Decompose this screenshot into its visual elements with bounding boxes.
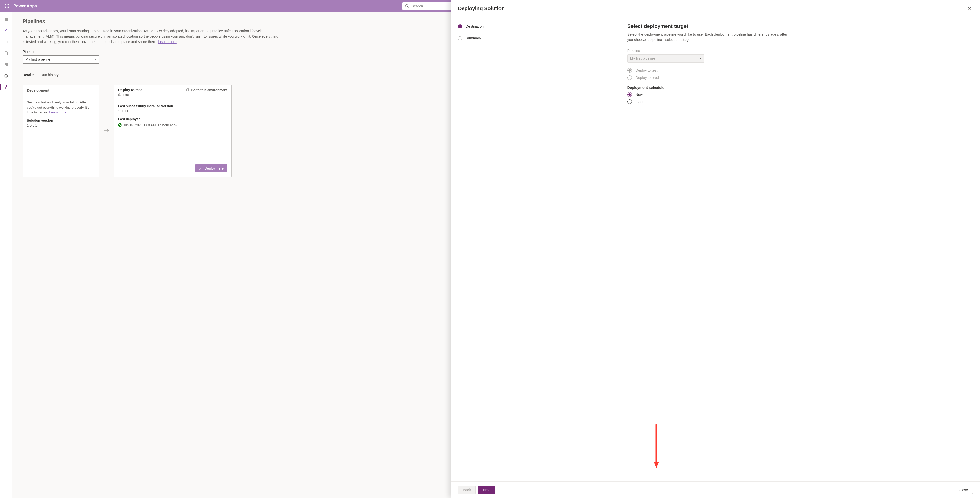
- svg-point-1: [7, 4, 8, 5]
- radio-deploy-to-prod: Deploy to prod: [627, 75, 973, 80]
- intro-text: As your app advances, you'll start shari…: [22, 29, 279, 44]
- radio-checked-icon: [628, 93, 631, 96]
- svg-point-7: [7, 8, 8, 8]
- schedule-now-label: Now: [636, 92, 643, 97]
- schedule-label: Deployment schedule: [627, 86, 973, 90]
- waffle-icon[interactable]: [2, 0, 12, 12]
- svg-point-16: [7, 42, 8, 43]
- panel-title: Deploying Solution: [458, 6, 504, 11]
- svg-point-28: [119, 94, 120, 94]
- chevron-down-icon: ▾: [700, 57, 702, 60]
- svg-point-22: [6, 85, 7, 86]
- solution-version-value: 1.0.0.1: [27, 123, 95, 128]
- app-brand: Power Apps: [13, 4, 37, 8]
- radio-schedule-later[interactable]: Later: [627, 99, 973, 104]
- test-card-title: Deploy to test: [118, 88, 142, 92]
- close-button[interactable]: Close: [954, 486, 973, 494]
- panel-footer: Back Next Close: [451, 481, 980, 498]
- wizard-step-summary[interactable]: Summary: [458, 36, 613, 40]
- development-card-title: Development: [23, 85, 99, 96]
- deploy-to-prod-label: Deploy to prod: [636, 76, 659, 80]
- more-icon[interactable]: [1, 37, 11, 47]
- development-card: Development Securely test and verify in …: [22, 84, 99, 177]
- last-installed-value: 1.0.0.1: [118, 109, 228, 114]
- env-name: Test: [123, 93, 129, 97]
- next-button[interactable]: Next: [478, 486, 495, 494]
- intro-body: As your app advances, you'll start shari…: [22, 29, 278, 44]
- wizard-step-destination[interactable]: Destination: [458, 24, 613, 29]
- svg-point-29: [118, 124, 121, 127]
- radio-schedule-now[interactable]: Now: [627, 92, 973, 97]
- panel-pipeline-value: My first pipeline: [630, 56, 655, 60]
- dev-learn-more-link[interactable]: Learn more: [49, 110, 66, 114]
- svg-point-5: [8, 6, 9, 7]
- deploy-here-button[interactable]: Deploy here: [195, 164, 228, 173]
- arrow-right-icon: [102, 128, 111, 134]
- last-deployed-label: Last deployed: [118, 117, 228, 122]
- svg-point-2: [8, 4, 9, 5]
- deploy-to-test-card: Deploy to test Go to this environment Te…: [114, 84, 232, 177]
- env-info: Test: [118, 93, 228, 97]
- go-to-environment-label: Go to this environment: [191, 88, 228, 92]
- radio-checked-disabled-icon: [628, 69, 631, 72]
- pipeline-dropdown[interactable]: My first pipeline ▾: [22, 56, 99, 63]
- left-rail: [0, 12, 12, 498]
- history-icon[interactable]: [1, 71, 11, 81]
- svg-line-10: [408, 7, 409, 8]
- last-installed-label: Last successfully installed version: [118, 103, 228, 109]
- wizard-heading: Select deployment target: [627, 23, 973, 29]
- wizard-desc: Select the deployment pipeline you'd lik…: [627, 32, 791, 43]
- step-summary-label: Summary: [466, 36, 481, 40]
- svg-point-6: [5, 8, 6, 8]
- panel-pipeline-label: Pipeline: [627, 49, 973, 53]
- step-dot-empty-icon: [458, 36, 462, 40]
- svg-point-3: [5, 6, 6, 7]
- step-destination-label: Destination: [466, 24, 484, 29]
- svg-point-9: [406, 4, 408, 7]
- hamburger-icon[interactable]: [1, 14, 11, 25]
- deploy-to-test-label: Deploy to test: [636, 68, 658, 73]
- radio-unchecked-disabled-icon: [627, 75, 632, 80]
- schedule-later-label: Later: [636, 100, 644, 104]
- overview-icon[interactable]: [1, 48, 11, 59]
- svg-point-0: [5, 4, 6, 5]
- go-to-environment-link[interactable]: Go to this environment: [186, 88, 228, 92]
- close-icon[interactable]: [966, 5, 973, 12]
- svg-rect-17: [5, 52, 8, 55]
- search-icon: [405, 4, 409, 8]
- pipeline-dropdown-value: My first pipeline: [25, 57, 50, 62]
- tab-details[interactable]: Details: [22, 71, 34, 79]
- tab-run-history[interactable]: Run history: [40, 71, 59, 79]
- panel-pipeline-dropdown: My first pipeline ▾: [627, 54, 704, 62]
- solution-version-label: Solution version: [27, 118, 95, 123]
- deploying-solution-panel: Deploying Solution Destination Summary S…: [451, 0, 980, 498]
- svg-point-4: [7, 6, 8, 7]
- last-deployed-value: Jun 18, 2023 1:00 AM (an hour ago): [123, 123, 177, 128]
- deploy-here-label: Deploy here: [205, 166, 224, 170]
- annotation-arrow-icon: [652, 423, 660, 469]
- svg-point-14: [4, 42, 5, 43]
- back-icon[interactable]: [1, 25, 11, 36]
- radio-unchecked-icon: [627, 99, 632, 104]
- svg-point-15: [6, 42, 6, 43]
- pipelines-icon[interactable]: [1, 82, 11, 92]
- back-button: Back: [458, 486, 476, 494]
- svg-point-8: [8, 8, 9, 8]
- radio-deploy-to-test: Deploy to test: [627, 68, 973, 73]
- learn-more-link[interactable]: Learn more: [158, 40, 177, 44]
- step-dot-filled-icon: [458, 24, 462, 29]
- wizard-nav: Destination Summary: [451, 17, 620, 481]
- success-check-icon: [118, 123, 122, 127]
- chevron-down-icon: ▾: [95, 58, 97, 61]
- wizard-content: Select deployment target Select the depl…: [620, 17, 980, 481]
- objects-icon[interactable]: [1, 59, 11, 70]
